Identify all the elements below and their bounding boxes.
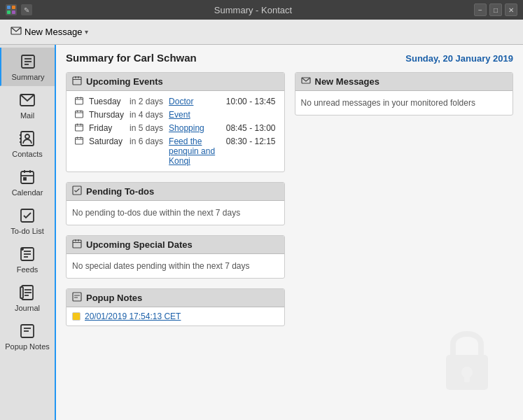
- svg-rect-34: [73, 77, 81, 85]
- contacts-label: Contacts: [12, 150, 42, 158]
- new-messages-icon: [301, 76, 311, 88]
- sidebar-item-mail[interactable]: Mail: [0, 86, 55, 125]
- content-header: Summary for Carl Schwan Sunday, 20 Janua…: [66, 52, 513, 64]
- journal-label: Journal: [15, 304, 40, 312]
- right-column: New Messages No unread messages in your …: [295, 72, 514, 336]
- event-time: 08:45 - 13:00: [223, 122, 279, 135]
- svg-rect-19: [24, 178, 26, 180]
- event-cal-icon: [72, 95, 86, 108]
- new-messages-body: No unread messages in your monitored fol…: [295, 91, 513, 115]
- todo-label: To-do List: [11, 227, 44, 235]
- popupnotes-icon: [18, 321, 37, 341]
- window-title: Summary - Kontact: [214, 5, 292, 15]
- sidebar-item-popupnotes[interactable]: Popup Notes: [0, 317, 55, 356]
- svg-rect-63: [446, 355, 488, 390]
- calendar-label: Calendar: [12, 188, 43, 197]
- table-row: Tuesdayin 2 daysDoctor10:00 - 13:45: [72, 95, 279, 108]
- special-dates-title: Upcoming Special Dates: [86, 239, 193, 250]
- table-row: Fridayin 5 daysShopping08:45 - 13:00: [72, 122, 279, 135]
- event-name[interactable]: Shopping: [166, 122, 223, 135]
- pending-todos-title: Pending To-dos: [86, 186, 154, 197]
- event-name[interactable]: Feed the penquin and Konqi: [166, 135, 223, 167]
- event-in-days: in 5 days: [127, 122, 166, 135]
- event-day: Thursday: [86, 108, 127, 122]
- popup-notes-section: Popup Notes 20/01/2019 17:54:13 CET: [66, 288, 285, 326]
- sidebar-item-journal[interactable]: Journal: [0, 279, 55, 317]
- svg-rect-2: [7, 10, 11, 14]
- page-title: Summary for Carl Schwan: [66, 52, 197, 64]
- events-table: Tuesdayin 2 daysDoctor10:00 - 13:45Thurs…: [72, 95, 279, 167]
- svg-rect-55: [73, 240, 81, 248]
- sidebar-item-feeds[interactable]: Feeds: [0, 240, 55, 279]
- close-button[interactable]: ✕: [505, 4, 517, 16]
- popupnotes-label: Popup Notes: [5, 342, 50, 351]
- content-date: Sunday, 20 January 2019: [405, 53, 513, 64]
- event-in-days: in 2 days: [127, 95, 166, 108]
- new-message-label: New Message: [25, 27, 82, 37]
- upcoming-events-body: Tuesdayin 2 daysDoctor10:00 - 13:45Thurs…: [67, 91, 284, 172]
- svg-rect-42: [76, 111, 83, 118]
- new-messages-title: New Messages: [315, 76, 380, 87]
- new-messages-section: New Messages No unread messages in your …: [295, 72, 514, 115]
- pending-todos-header: Pending To-dos: [67, 183, 284, 201]
- svg-rect-1: [12, 6, 15, 9]
- two-column-layout: Upcoming Events Tuesdayin 2 daysDoctor10…: [66, 72, 513, 336]
- feeds-icon: [18, 244, 37, 264]
- toolbar: New Message ▾: [0, 20, 523, 45]
- content-area: Summary for Carl Schwan Sunday, 20 Janua…: [56, 45, 523, 420]
- summary-icon: [18, 52, 38, 71]
- popup-notes-icon: [72, 292, 82, 304]
- svg-rect-3: [12, 10, 15, 14]
- mail-icon: [18, 90, 37, 110]
- svg-point-14: [25, 134, 29, 139]
- svg-rect-59: [73, 293, 81, 301]
- sidebar-item-calendar[interactable]: Calendar: [0, 163, 55, 202]
- event-cal-icon: [72, 135, 86, 167]
- special-dates-section: Upcoming Special Dates No special dates …: [66, 235, 285, 279]
- special-dates-note: No special dates pending within the next…: [72, 258, 279, 274]
- event-day: Saturday: [86, 135, 127, 167]
- svg-point-64: [461, 367, 473, 378]
- special-dates-body: No special dates pending within the next…: [67, 254, 284, 278]
- popup-notes-title: Popup Notes: [86, 293, 142, 303]
- window-controls[interactable]: − □ ✕: [474, 4, 517, 16]
- todo-icon: [18, 206, 37, 225]
- pending-todos-section: Pending To-dos No pending to-dos due wit…: [66, 182, 285, 225]
- main-layout: Summary Mail C: [0, 45, 523, 420]
- event-day: Tuesday: [86, 95, 127, 108]
- new-message-button[interactable]: New Message ▾: [4, 22, 95, 42]
- event-cal-icon: [72, 122, 86, 135]
- sidebar: Summary Mail C: [0, 45, 56, 420]
- event-name[interactable]: Doctor: [166, 95, 223, 108]
- svg-rect-27: [20, 287, 23, 298]
- calendar-section-icon: [72, 76, 82, 88]
- special-dates-icon: [72, 239, 82, 251]
- note-item: 20/01/2019 17:54:13 CET: [72, 312, 279, 321]
- note-link[interactable]: 20/01/2019 17:54:13 CET: [85, 312, 181, 321]
- left-column: Upcoming Events Tuesdayin 2 daysDoctor10…: [66, 72, 285, 336]
- sidebar-item-todo[interactable]: To-do List: [0, 202, 55, 240]
- titlebar-left: ✎: [6, 4, 32, 15]
- svg-rect-50: [76, 138, 83, 145]
- minimize-button[interactable]: −: [474, 4, 487, 16]
- titlebar: ✎ Summary - Kontact − □ ✕: [0, 0, 523, 20]
- event-time: [223, 108, 279, 122]
- summary-label: Summary: [11, 73, 44, 81]
- dropdown-arrow-icon: ▾: [85, 28, 88, 36]
- maximize-button[interactable]: □: [489, 4, 502, 16]
- event-in-days: in 6 days: [127, 135, 166, 167]
- sidebar-item-contacts[interactable]: Contacts: [0, 125, 55, 163]
- event-name[interactable]: Event: [166, 108, 223, 122]
- calendar-icon: [18, 167, 37, 187]
- mail-label: Mail: [20, 111, 34, 120]
- upcoming-events-section: Upcoming Events Tuesdayin 2 daysDoctor10…: [66, 72, 285, 172]
- popup-notes-header: Popup Notes: [67, 289, 284, 307]
- new-messages-note: No unread messages in your monitored fol…: [301, 95, 508, 111]
- journal-icon: [18, 283, 37, 302]
- new-messages-header: New Messages: [295, 73, 513, 91]
- sidebar-item-summary[interactable]: Summary: [0, 48, 55, 86]
- pencil-icon: ✎: [21, 4, 32, 15]
- pending-todos-body: No pending to-dos due within the next 7 …: [67, 201, 284, 225]
- contacts-icon: [18, 129, 37, 148]
- table-row: Thursdayin 4 daysEvent: [72, 108, 279, 122]
